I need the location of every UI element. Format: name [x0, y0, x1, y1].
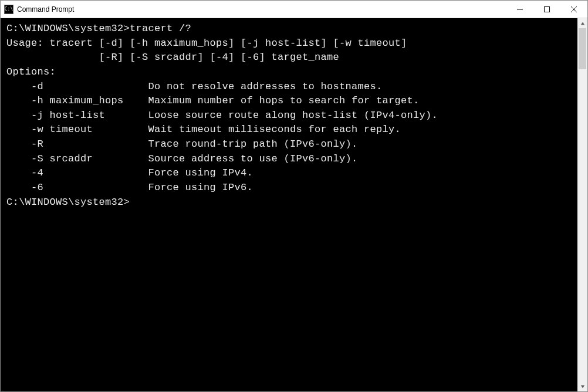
option-flag: -d — [6, 80, 148, 94]
prompt-path: C:\WINDOWS\system32> — [6, 23, 130, 34]
window-title: Command Prompt — [17, 5, 506, 13]
vertical-scrollbar[interactable] — [577, 18, 587, 391]
window-controls — [506, 1, 587, 18]
option-description: Source address to use (IPv6-only). — [148, 153, 358, 164]
option-flag: -4 — [6, 166, 148, 181]
option-flag: -h maximum_hops — [6, 94, 148, 109]
option-description: Force using IPv6. — [148, 182, 254, 193]
options-header: Options: — [6, 65, 574, 80]
terminal-output[interactable]: C:\WINDOWS\system32>tracert /?Usage: tra… — [1, 18, 577, 391]
prompt-command: tracert /? — [130, 23, 191, 34]
minimize-button[interactable] — [506, 1, 533, 18]
usage-line: [-R] [-S srcaddr] [-4] [-6] target_name — [6, 50, 574, 65]
svg-rect-1 — [545, 6, 550, 12]
option-description: Trace round-trip path (IPv6-only). — [148, 138, 358, 150]
prompt-path: C:\WINDOWS\system32> — [6, 197, 130, 208]
option-flag: -j host-list — [6, 109, 148, 123]
terminal-area: C:\WINDOWS\system32>tracert /?Usage: tra… — [1, 18, 587, 391]
prompt-line: C:\WINDOWS\system32> — [6, 195, 574, 210]
app-icon: C:\ — [4, 5, 13, 14]
option-description: Do not resolve addresses to hostnames. — [148, 81, 383, 92]
option-row: -w timeout Wait timeout milliseconds for… — [6, 123, 574, 137]
maximize-button[interactable] — [533, 1, 560, 18]
option-description: Wait timeout milliseconds for each reply… — [148, 124, 401, 135]
option-row: -4 Force using IPv4. — [6, 166, 574, 181]
option-row: -d Do not resolve addresses to hostnames… — [6, 80, 574, 94]
option-flag: -S srcaddr — [6, 152, 148, 167]
prompt-line: C:\WINDOWS\system32>tracert /? — [6, 22, 574, 36]
close-button[interactable] — [560, 1, 587, 18]
option-flag: -w timeout — [6, 123, 148, 137]
option-flag: -6 — [6, 181, 148, 195]
option-description: Maximum number of hops to search for tar… — [148, 95, 420, 106]
option-flag: -R — [6, 137, 148, 152]
option-row: -S srcaddr Source address to use (IPv6-o… — [6, 152, 574, 167]
scrollbar-thumb[interactable] — [579, 28, 586, 69]
option-description: Force using IPv4. — [148, 167, 254, 178]
option-row: -j host-list Loose source route along ho… — [6, 109, 574, 123]
scroll-up-arrow-icon[interactable] — [577, 18, 587, 28]
titlebar[interactable]: C:\ Command Prompt — [1, 1, 587, 18]
option-row: -R Trace round-trip path (IPv6-only). — [6, 137, 574, 152]
usage-line: Usage: tracert [-d] [-h maximum_hops] [-… — [6, 36, 574, 51]
option-row: -6 Force using IPv6. — [6, 181, 574, 195]
command-prompt-window: C:\ Command Prompt C:\WINDOWS\system32>t… — [0, 0, 588, 392]
option-row: -h maximum_hops Maximum number of hops t… — [6, 94, 574, 109]
option-description: Loose source route along host-list (IPv4… — [148, 110, 438, 121]
scroll-down-arrow-icon[interactable] — [577, 381, 587, 391]
